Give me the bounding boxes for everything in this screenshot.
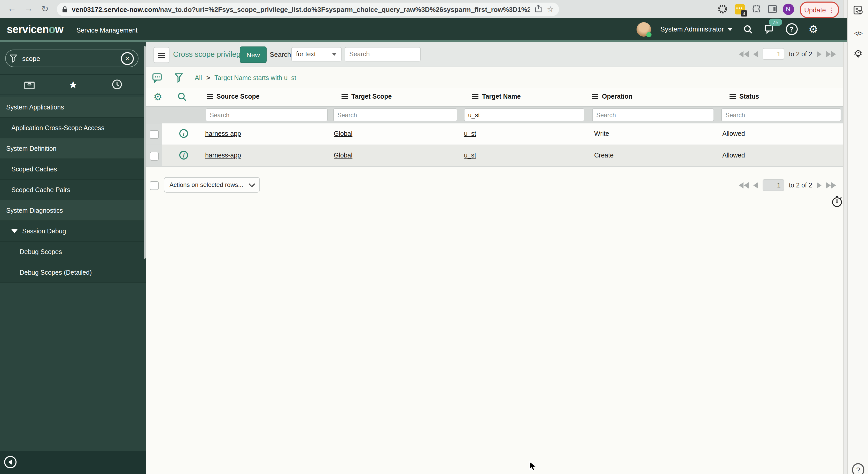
global-search-icon[interactable] [742,23,754,35]
tab-favorites[interactable]: ★ [66,78,80,91]
tab-all-applications[interactable] [23,78,36,91]
browser-update-button[interactable]: Update⋮ [800,2,839,18]
help-icon[interactable]: ? [852,464,864,474]
sidebar-item-debug-scopes-detailed[interactable]: Debug Scopes (Detailed) [0,262,146,283]
column-header-target-name[interactable]: Target Name [472,93,521,100]
filter-source-scope-input[interactable] [206,108,328,121]
sidebar-item-system-applications[interactable]: System Applications [0,97,146,118]
application-navigator: × ★ System Applications Application Cros… [0,42,146,474]
cell-source-scope[interactable]: harness-app [205,130,241,137]
browser-reload-icon[interactable]: ↻ [38,2,52,15]
pagination-top: to 2 of 2 [739,48,836,60]
screen: ← → ↻ ven03172.service-now.com/nav_to.do… [0,0,868,474]
actions-on-selected-rows-select[interactable]: Actions on selected rows... [164,177,260,193]
row-checkbox[interactable] [150,130,159,139]
select-all-checkbox[interactable] [150,181,159,190]
list-chat-icon[interactable] [151,72,163,83]
collapse-sidebar-button[interactable] [4,456,17,468]
page-number-input[interactable] [763,179,784,191]
breadcrumb-row: All > Target Name starts with u_st [146,68,843,88]
cell-source-scope[interactable]: harness-app [205,152,241,159]
previous-page-icon[interactable] [753,51,758,57]
url-text: ven03172.service-now.com/nav_to.do?uri=%… [72,5,529,13]
response-time-stopwatch-icon[interactable] [831,195,843,210]
navigator-filter[interactable]: × [5,49,138,67]
page-number-input[interactable] [763,48,784,60]
list-header-row: ⚙ Source Scope Target Scope Target Name … [146,88,843,106]
servicenow-banner: servicenow Service Management System Adm… [0,18,847,42]
record-preview-icon[interactable]: i [179,151,188,160]
sidebar-scrollbar[interactable] [144,46,146,259]
code-icon[interactable]: </> [852,27,864,39]
last-page-icon[interactable] [826,51,836,57]
first-page-icon[interactable] [739,182,749,188]
extension-yellow-icon[interactable]: ••• 3 [733,2,747,16]
right-rail: </> ? [847,0,868,474]
list-personalize-gear-icon[interactable]: ⚙ [153,91,162,103]
cell-target-scope[interactable]: Global [334,152,352,159]
first-page-icon[interactable] [739,51,749,57]
navigator-filter-input[interactable] [21,54,121,63]
cell-status: Allowed [722,152,745,159]
sidebar-item-debug-scopes[interactable]: Debug Scopes [0,242,146,262]
column-header-status[interactable]: Status [730,93,759,100]
next-page-icon[interactable] [817,182,822,188]
sidebar-item-system-diagnostics[interactable]: System Diagnostics [0,200,146,221]
browser-forward-icon[interactable]: → [22,2,35,15]
sidebar-item-session-debug[interactable]: Session Debug [0,221,146,242]
column-menu-icon [207,96,213,97]
search-label: Search [270,50,291,58]
sidebar-item-application-cross-scope-access[interactable]: Application Cross-Scope Access [0,118,146,138]
extensions-puzzle-icon[interactable] [750,2,764,16]
filter-funnel-icon[interactable] [173,72,184,83]
user-menu[interactable]: System Administrator [660,25,733,33]
breadcrumb-all-link[interactable]: All [195,74,202,81]
address-bar[interactable]: ven03172.service-now.com/nav_to.do?uri=%… [57,3,559,16]
table-row: i harness-app Global u_st Write Allowed [146,124,843,145]
column-search-toggle-icon[interactable] [177,92,187,104]
extension-spinner-icon[interactable] [716,2,730,16]
column-header-target-scope[interactable]: Target Scope [342,93,392,100]
sidebar-item-scoped-cache-pairs[interactable]: Scoped Cache Pairs [0,180,146,200]
cell-target-name[interactable]: u_st [464,152,476,159]
settings-gear-icon[interactable]: ⚙ [807,23,819,35]
sidebar-item-system-definition[interactable]: System Definition [0,138,146,159]
column-header-source-scope[interactable]: Source Scope [207,93,259,100]
filter-operation-input[interactable] [592,108,714,121]
servicenow-logo[interactable]: servicenow [7,23,63,36]
previous-page-icon[interactable] [753,182,758,188]
user-avatar[interactable] [637,22,651,36]
browser-menu-icon[interactable]: ⋮ [828,6,835,14]
bookmark-star-icon[interactable]: ☆ [547,5,554,14]
conversations-icon[interactable]: 75 [764,23,776,35]
sidebar-item-scoped-caches[interactable]: Scoped Caches [0,159,146,180]
browser-back-icon[interactable]: ← [5,2,19,15]
form-preview-icon[interactable] [852,4,864,16]
share-icon[interactable] [534,4,542,14]
last-page-icon[interactable] [826,182,836,188]
help-circle-icon[interactable]: ? [785,23,798,35]
browser-profile-avatar[interactable]: N [781,2,795,16]
navigator-tabs: ★ [0,74,146,95]
search-mode-select[interactable]: for text [291,47,342,62]
list-search-input[interactable] [345,47,421,62]
lightbulb-icon[interactable] [852,48,864,60]
clear-filter-icon[interactable]: × [121,52,134,65]
filter-target-name-input[interactable] [464,108,584,121]
filter-status-input[interactable] [721,108,841,121]
extension-badge: 3 [741,10,747,16]
list-context-menu-button[interactable] [153,47,169,63]
breadcrumb-filter-link[interactable]: Target Name starts with u_st [214,74,296,81]
row-range-label: to 2 of 2 [789,50,812,58]
row-checkbox[interactable] [150,152,159,161]
cell-target-name[interactable]: u_st [464,130,476,137]
side-panel-icon[interactable] [765,2,779,16]
list-title[interactable]: Cross scope privileges [173,50,249,58]
next-page-icon[interactable] [817,51,822,57]
tab-history[interactable] [110,78,124,91]
new-button[interactable]: New [240,46,267,63]
column-header-operation[interactable]: Operation [592,93,632,100]
cell-target-scope[interactable]: Global [334,130,352,137]
record-preview-icon[interactable]: i [179,129,188,138]
filter-target-scope-input[interactable] [333,108,457,121]
